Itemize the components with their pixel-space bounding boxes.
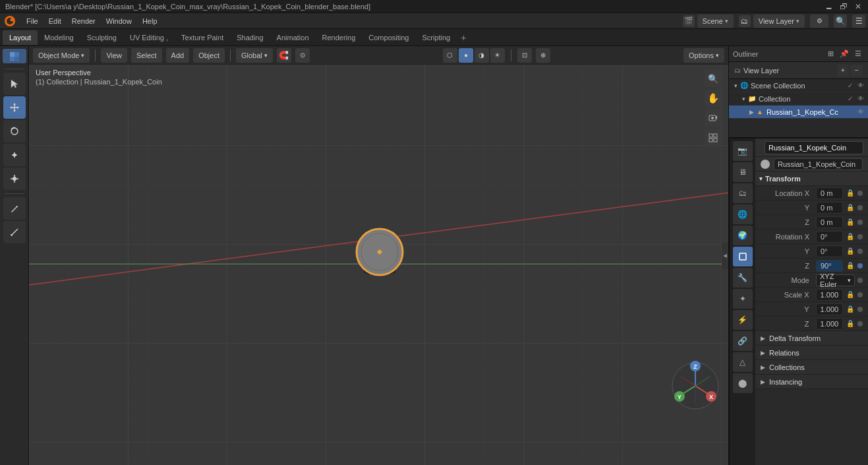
tab-scripting[interactable]: Scripting [415,30,457,45]
rotation-y-lock-icon[interactable]: 🔒 [846,247,855,256]
search-icon[interactable]: 🔍 [834,15,847,28]
prop-tab-render[interactable]: 📷 [733,141,753,161]
prop-tab-material[interactable]: ⬤ [733,373,753,393]
coin-3d-object[interactable] [352,224,408,280]
location-y-keyframe-dot[interactable] [857,205,863,210]
menu-help[interactable]: Help [138,16,161,26]
minimize-button[interactable]: 🗕 [825,2,834,11]
annotate-tool-button[interactable] [3,197,26,220]
location-z-value[interactable]: 0 m [816,216,843,228]
location-y-value[interactable]: 0 m [816,202,843,214]
object-menu[interactable]: Object [193,48,225,63]
rendered-shading-btn[interactable]: ☀ [490,48,505,63]
location-z-keyframe-dot[interactable] [857,220,863,225]
prop-tab-constraints[interactable]: 🔗 [733,331,753,351]
overlay-toggle-btn[interactable]: ⊡ [517,48,532,63]
prop-tab-world[interactable]: 🌍 [733,226,753,245]
measure-tool-button[interactable] [3,221,26,243]
tab-modeling[interactable]: Modeling [38,30,80,45]
cursor-tool-button[interactable] [3,73,26,95]
scale-y-value[interactable]: 1.000 [816,303,844,315]
scale-y-lock-icon[interactable]: 🔒 [846,305,855,314]
rotation-x-value[interactable]: 0° [816,231,843,243]
maximize-button[interactable]: 🗗 [839,2,848,11]
rotation-mode-dot[interactable] [857,278,863,283]
scale-x-value[interactable]: 1.000 [816,289,844,301]
prop-tab-view-layer[interactable]: 🗂 [733,183,753,203]
outliner-pin-icon[interactable]: 📌 [838,48,850,60]
transform-tool-button[interactable] [3,168,26,190]
solid-shading-btn[interactable]: ● [459,48,473,63]
scene-collection-eye[interactable]: 👁 [856,81,865,90]
panel-collapse-handle[interactable]: ◀ [722,243,728,269]
select-menu[interactable]: Select [131,48,162,63]
collections-row[interactable]: ▶ Collections [755,360,868,375]
navigation-gizmo[interactable]: Z X Y [669,359,722,412]
tab-layout[interactable]: Layout [3,30,38,45]
tab-uv-editing[interactable]: UV Editing , [123,30,175,45]
prop-tab-particles[interactable]: ✦ [733,289,753,309]
relations-row[interactable]: ▶ Relations [755,346,868,360]
rotation-y-keyframe-dot[interactable] [857,249,863,254]
camera-button[interactable] [705,109,722,127]
mesh-name-selector[interactable]: Russian_1_Kopek_Coin [774,158,863,170]
scene-selector[interactable]: Scene ▾ [697,15,734,28]
add-workspace-button[interactable]: + [457,31,470,44]
magnify-view-button[interactable]: 🔍 [705,70,722,87]
options-button[interactable]: Options ▾ [683,48,724,63]
view-layer-remove-btn[interactable]: − [851,65,863,77]
blender-logo[interactable] [3,14,17,28]
object-eye[interactable]: 👁 [856,108,865,117]
collection-checkbox[interactable]: ✓ [846,94,855,104]
scale-z-dot[interactable] [857,321,863,326]
menu-window[interactable]: Window [102,16,136,26]
view-menu[interactable]: View [101,48,127,63]
rotation-y-value[interactable]: 0° [816,245,843,257]
outliner-filter-icon[interactable]: ⊞ [825,48,836,60]
scale-tool-button[interactable] [3,144,26,166]
view-layer-add-btn[interactable]: + [837,65,849,77]
location-x-value[interactable]: 0 m [816,187,843,199]
rotation-x-lock-icon[interactable]: 🔒 [846,232,855,241]
collection-row[interactable]: ▾ 📁 Collection ✓ 👁 [729,92,868,106]
scene-collection-checkbox[interactable]: ✓ [846,81,855,90]
object-row[interactable]: ▶ ▲ Russian_1_Kopek_Cc 👁 [729,106,868,119]
scale-x-dot[interactable] [857,292,863,297]
object-mode-selector[interactable]: Object Mode ▾ [33,48,90,63]
wireframe-shading-btn[interactable]: ⬡ [443,48,457,63]
object-name-input[interactable] [765,141,863,154]
tab-rendering[interactable]: Rendering [316,30,362,45]
transform-selector[interactable]: Global ▾ [236,48,273,63]
tab-compositing[interactable]: Compositing [362,30,415,45]
menu-edit[interactable]: Edit [45,16,65,26]
view-layer-selector[interactable]: View Layer ▾ [753,15,805,28]
rotate-tool-button[interactable] [3,120,26,142]
tab-shading[interactable]: Shading [230,30,270,45]
grid-view-button[interactable] [705,129,722,146]
viewport[interactable]: Object Mode ▾ View Select Add Object Glo… [29,46,728,465]
location-z-lock-icon[interactable]: 🔒 [846,218,855,227]
scene-selector-icon[interactable]: 🎬 [683,15,695,27]
prop-tab-scene[interactable]: 🌐 [733,204,753,224]
tab-texture-paint[interactable]: Texture Paint [175,30,230,45]
render-engine-icon[interactable]: ⚙ [810,15,828,28]
location-y-lock-icon[interactable]: 🔒 [846,203,855,212]
move-tool-button[interactable] [3,96,26,119]
location-x-lock-icon[interactable]: 🔒 [846,189,855,198]
snap-magnet-icon[interactable]: 🧲 [277,48,291,63]
collection-eye[interactable]: 👁 [856,94,865,104]
material-shading-btn[interactable]: ◑ [475,48,489,63]
proportional-edit-icon[interactable]: ⊙ [295,48,310,63]
delta-transform-row[interactable]: ▶ Delta Transform [755,331,868,346]
prop-tab-modifier[interactable]: 🔧 [733,268,753,288]
add-menu[interactable]: Add [166,48,190,63]
prop-tab-output[interactable]: 🖥 [733,162,753,182]
rotation-z-lock-icon[interactable]: 🔒 [846,261,855,270]
rotation-mode-selector[interactable]: XYZ Euler ▾ [816,274,855,286]
mode-selector-icon[interactable] [3,49,26,63]
pan-view-button[interactable]: ✋ [705,90,722,107]
prop-tab-object[interactable] [733,247,753,266]
instancing-row[interactable]: ▶ Instancing [755,375,868,389]
rotation-z-value[interactable]: 90° [816,260,843,272]
menu-file[interactable]: File [22,16,42,26]
